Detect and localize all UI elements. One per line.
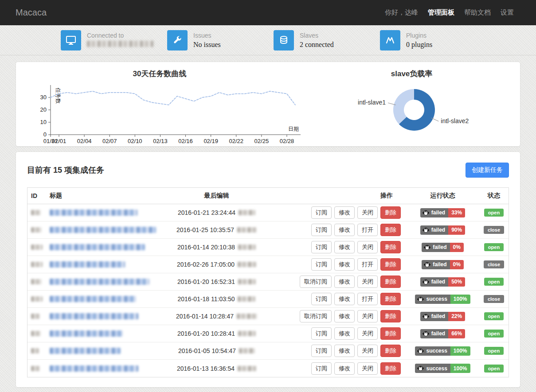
brand-logo[interactable]: Macaca (16, 8, 47, 18)
open-close-status-badge[interactable]: close (484, 260, 504, 268)
close-button[interactable]: 关闭 (357, 362, 378, 375)
task-title-link-redacted[interactable] (50, 348, 121, 354)
run-status-badge: failed22% (420, 312, 465, 321)
task-row: 2016-01-18 11:03:50订阅修改打开删除success100%cl… (27, 291, 509, 308)
modify-button[interactable]: 修改 (334, 345, 355, 357)
tasks-line-chart-section: 30天任务数曲线 010203001/3102/0102/0402/0702/1… (16, 62, 303, 146)
task-title-link-redacted[interactable] (50, 227, 156, 233)
close-button[interactable]: 关闭 (357, 206, 378, 219)
task-title-link-redacted[interactable] (50, 330, 123, 337)
stat-value-redacted (87, 40, 153, 49)
modify-button[interactable]: 修改 (334, 241, 355, 253)
modify-button[interactable]: 修改 (334, 224, 355, 236)
editor-name-redacted (238, 262, 256, 267)
editor-name-redacted (237, 314, 257, 319)
stat-label: Connected to (87, 31, 153, 40)
slave-load-donut-chart: intl-slave2intl-slave1 (303, 79, 512, 145)
open-close-status-badge[interactable]: open (484, 330, 504, 338)
run-result-segment: failed (420, 329, 448, 338)
macaca-monkey-icon (423, 331, 429, 337)
unsubscribe-button[interactable]: 取消订阅 (300, 310, 332, 322)
nav-item-help-docs[interactable]: 帮助文档 (464, 8, 491, 17)
editor-name-redacted (238, 331, 256, 336)
stat-value: No issues (193, 40, 221, 49)
open-close-status-badge[interactable]: open (484, 312, 504, 320)
subscribe-button[interactable]: 订阅 (311, 224, 332, 236)
close-button[interactable]: 关闭 (357, 241, 378, 253)
close-button[interactable]: 关闭 (357, 345, 378, 357)
modify-button[interactable]: 修改 (334, 327, 355, 340)
open-close-status-badge[interactable]: close (484, 226, 504, 234)
subscribe-button[interactable]: 订阅 (311, 293, 332, 305)
task-title-link-redacted[interactable] (50, 244, 145, 250)
delete-button[interactable]: 删除 (380, 241, 401, 253)
delete-button[interactable]: 删除 (380, 206, 401, 219)
modify-button[interactable]: 修改 (334, 362, 355, 375)
delete-button[interactable]: 删除 (380, 362, 401, 375)
delete-button[interactable]: 删除 (380, 327, 401, 340)
modify-button[interactable]: 修改 (334, 293, 355, 305)
task-title-link-redacted[interactable] (50, 296, 136, 302)
modify-button[interactable]: 修改 (334, 206, 355, 219)
nav-item-admin-panel[interactable]: 管理面板 (428, 8, 454, 17)
open-close-status-badge[interactable]: open (484, 243, 504, 251)
stat-label: Issues (193, 31, 221, 40)
editor-name-redacted (238, 366, 256, 371)
delete-button[interactable]: 删除 (380, 310, 401, 322)
open-button[interactable]: 打开 (357, 224, 378, 236)
delete-button[interactable]: 删除 (380, 276, 401, 288)
run-result-segment: failed (420, 312, 448, 321)
run-status-badge: success100% (415, 346, 470, 356)
stat-value: 2 connected (300, 40, 334, 49)
nav-item-settings[interactable]: 设置 (501, 8, 514, 17)
macaca-monkey-icon (423, 227, 429, 233)
modify-button[interactable]: 修改 (334, 258, 355, 271)
subscribe-button[interactable]: 订阅 (311, 327, 332, 340)
open-close-status-badge[interactable]: open (484, 209, 504, 217)
task-row: 2016-01-20 16:52:31取消订阅修改关闭删除failed50%op… (27, 273, 509, 291)
svg-text:02/19: 02/19 (203, 138, 218, 144)
subscribe-button[interactable]: 订阅 (311, 241, 332, 253)
open-button[interactable]: 打开 (357, 258, 378, 271)
svg-text:02/25: 02/25 (254, 138, 269, 144)
delete-button[interactable]: 删除 (380, 258, 401, 271)
svg-text:02/04: 02/04 (77, 138, 92, 144)
open-close-status-badge[interactable]: close (484, 295, 504, 303)
run-result-text: success (426, 348, 447, 354)
open-button[interactable]: 打开 (357, 293, 378, 305)
open-close-status-badge[interactable]: open (484, 365, 504, 373)
task-title-link-redacted[interactable] (50, 261, 125, 268)
task-title-link-redacted[interactable] (50, 279, 149, 285)
modify-button[interactable]: 修改 (334, 276, 355, 288)
task-title-link-redacted[interactable] (50, 365, 138, 372)
unsubscribe-button[interactable]: 取消订阅 (300, 276, 332, 288)
svg-text:02/28: 02/28 (280, 138, 294, 144)
macaca-monkey-icon (417, 348, 424, 354)
subscribe-button[interactable]: 订阅 (311, 362, 332, 375)
username-link[interactable]: 达峰 (405, 8, 418, 16)
subscribe-button[interactable]: 订阅 (311, 345, 332, 357)
subscribe-button[interactable]: 订阅 (311, 258, 332, 271)
run-result-text: success (426, 365, 447, 372)
subscribe-button[interactable]: 订阅 (311, 206, 332, 219)
create-task-button[interactable]: 创建新任务 (466, 163, 509, 178)
run-result-text: failed (431, 210, 445, 216)
delete-button[interactable]: 删除 (380, 345, 401, 357)
task-title-link-redacted[interactable] (50, 313, 138, 319)
delete-button[interactable]: 删除 (380, 293, 401, 305)
modify-button[interactable]: 修改 (334, 310, 355, 322)
close-button[interactable]: 关闭 (357, 276, 378, 288)
tasks-line-chart: 010203001/3102/0102/0402/0702/1002/1302/… (16, 79, 303, 149)
open-close-status-badge[interactable]: open (484, 278, 504, 286)
task-title-link-redacted[interactable] (50, 210, 137, 216)
col-header-id: ID (27, 192, 46, 199)
open-close-status-badge[interactable]: open (484, 347, 504, 355)
run-result-segment: success (415, 346, 450, 356)
close-button[interactable]: 关闭 (357, 327, 378, 340)
run-result-text: failed (431, 227, 445, 233)
macaca-monkey-icon (417, 365, 424, 371)
editor-name-redacted (239, 348, 255, 353)
delete-button[interactable]: 删除 (380, 224, 401, 236)
monitor-icon (61, 30, 81, 50)
close-button[interactable]: 关闭 (357, 310, 378, 322)
